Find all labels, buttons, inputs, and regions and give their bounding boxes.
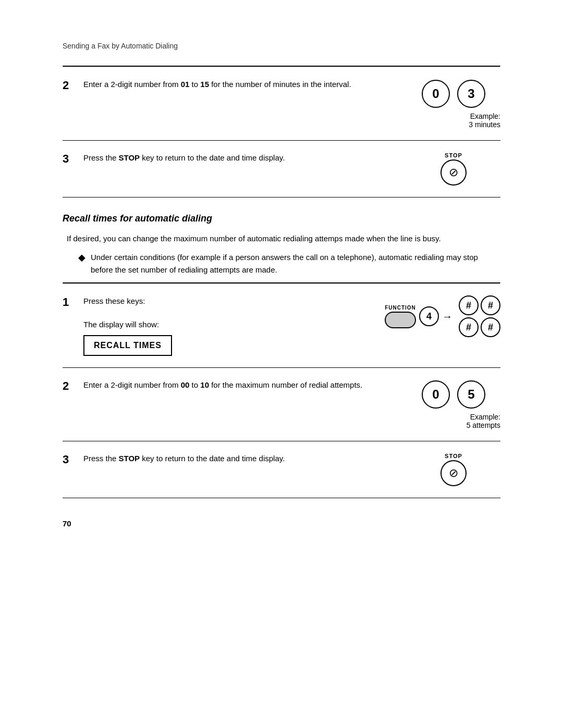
step3a-visual: STOP ⊘: [407, 152, 500, 186]
recall-step-content-2: Enter a 2-digit number from 00 to 10 for…: [83, 379, 386, 391]
key-pair-2a: 0 3: [421, 79, 486, 109]
recall-step1-text1: Press these keys:: [83, 295, 364, 307]
recall-step2-visual: 0 5 Example: 5 attempts: [407, 379, 500, 429]
bullet-diamond-icon: ◆: [78, 251, 85, 264]
recall-display-box: RECALL TIMES: [83, 335, 172, 356]
recall-step-row-3: 3 Press the STOP key to return to the da…: [63, 441, 500, 498]
function-button[interactable]: [385, 312, 416, 328]
stop-circle-2: ⊘: [440, 460, 467, 486]
stop-icon-1: ⊘: [449, 166, 458, 179]
recall-step1-visual: FUNCTION 4 → # # # #: [385, 295, 500, 337]
breadcrumb: Sending a Fax by Automatic Dialing: [63, 42, 500, 50]
recall-step-number-3: 3: [63, 453, 79, 466]
step2a-visual: 0 3 Example: 3 minutes: [407, 79, 500, 129]
recall-step1-text2: The display will show:: [83, 319, 364, 331]
bullet-item: ◆ Under certain conditions (for example …: [78, 251, 500, 276]
hash-btn-3: #: [459, 317, 479, 337]
hash-btn-4: #: [481, 317, 500, 337]
step-content-3a: Press the STOP key to return to the date…: [83, 152, 386, 164]
recall-step3-prefix: Press the: [83, 454, 119, 463]
key-0-circle: 0: [422, 80, 450, 108]
page: Sending a Fax by Automatic Dialing 2 Ent…: [0, 0, 563, 570]
key-0-circle-2: 0: [422, 380, 450, 409]
recall-step-content-1: Press these keys: The display will show:…: [83, 295, 364, 356]
recall-step-number-1: 1: [63, 295, 79, 309]
recall-step2-bold2: 10: [200, 380, 209, 389]
arrow-icon: →: [442, 311, 452, 323]
bullet-text: Under certain conditions (for example if…: [91, 251, 500, 276]
hash-btn-1: #: [459, 295, 479, 315]
step2a-bold1: 01: [181, 80, 190, 89]
num-4-btn: 4: [419, 306, 439, 326]
example-2a: Example: 3 minutes: [407, 112, 500, 129]
step-number-2a: 2: [63, 79, 79, 92]
recall-step-row-2: 2 Enter a 2-digit number from 00 to 10 f…: [63, 368, 500, 441]
recall-step3-bold: STOP: [119, 454, 140, 463]
example-2a-line2: 3 minutes: [469, 120, 500, 129]
step-number-3a: 3: [63, 152, 79, 166]
recall-heading: Recall times for automatic dialing: [63, 213, 500, 224]
step-content-2a: Enter a 2-digit number from 01 to 15 for…: [83, 79, 386, 91]
example-recall-2-line2: 5 attempts: [467, 421, 500, 429]
stop-key-1: STOP ⊘: [440, 152, 467, 186]
hash-grid: # # # #: [459, 295, 500, 337]
stop-label-2: STOP: [445, 453, 462, 459]
step2a-bold2: 15: [200, 80, 209, 89]
stop-circle-1: ⊘: [440, 159, 467, 186]
recall-step-row-1: 1 Press these keys: The display will sho…: [63, 284, 500, 368]
step2a-text-mid: to: [189, 80, 200, 89]
step3a-suffix: key to return to the date and time displ…: [140, 153, 285, 162]
example-recall-2: Example: 5 attempts: [407, 413, 500, 429]
stop-icon-2: ⊘: [449, 466, 458, 480]
stop-key-2: STOP ⊘: [440, 453, 467, 486]
key-5-circle: 5: [457, 380, 485, 409]
step-row-2a: 2 Enter a 2-digit number from 01 to 15 f…: [63, 67, 500, 141]
recall-step-number-2: 2: [63, 379, 79, 393]
page-number: 70: [63, 519, 500, 528]
recall-step3-visual: STOP ⊘: [407, 453, 500, 486]
recall-step2-mid: to: [189, 380, 200, 389]
recall-step2-prefix: Enter a 2-digit number from: [83, 380, 181, 389]
function-label: FUNCTION: [385, 305, 416, 311]
hash-btn-2: #: [481, 295, 500, 315]
step2a-text-suffix: for the number of minutes in the interva…: [209, 80, 351, 89]
recall-step2-suffix: for the maximum number of redial attempt…: [209, 380, 362, 389]
example-recall-2-line1: Example:: [470, 413, 500, 421]
step-row-3a: 3 Press the STOP key to return to the da…: [63, 141, 500, 198]
step2a-text-prefix: Enter a 2-digit number from: [83, 80, 181, 89]
key-pair-recall-2: 0 5: [421, 379, 486, 410]
stop-label-1: STOP: [445, 152, 462, 158]
step3a-prefix: Press the: [83, 153, 119, 162]
example-2a-line1: Example:: [470, 112, 500, 120]
function-row: FUNCTION 4 → # # # #: [385, 295, 500, 337]
recall-body: If desired, you can change the maximum n…: [63, 232, 500, 245]
recall-step2-bold1: 00: [181, 380, 190, 389]
step3a-bold: STOP: [119, 153, 140, 162]
recall-step-content-3: Press the STOP key to return to the date…: [83, 453, 386, 465]
key-3-circle: 3: [457, 80, 485, 108]
recall-step3-suffix: key to return to the date and time displ…: [140, 454, 285, 463]
